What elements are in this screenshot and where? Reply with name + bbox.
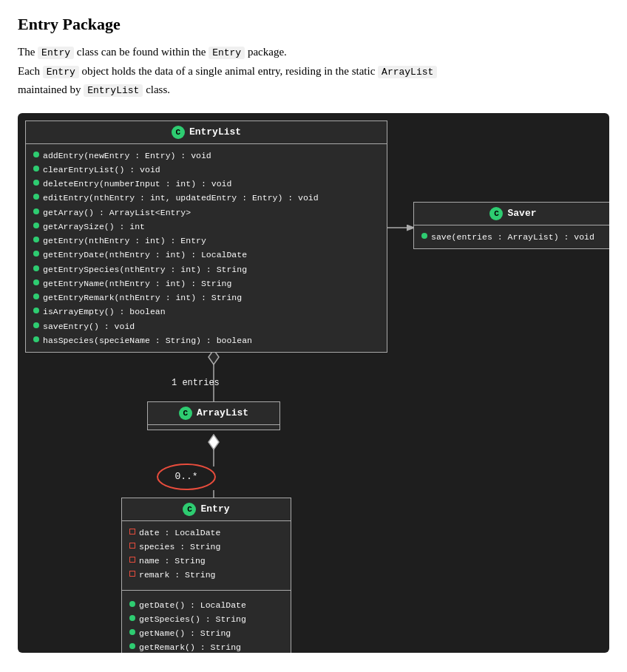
inline-code-entry1: Entry (38, 47, 74, 59)
list-item: hasSpecies(specieName : String) : boolea… (33, 333, 379, 347)
list-item: getEntry(nthEntry : int) : Entry (33, 234, 379, 248)
inline-code-entry2: Entry (209, 47, 245, 59)
page-title: Entry Package (18, 15, 609, 34)
list-item: addEntry(newEntry : Entry) : void (33, 149, 379, 163)
list-item: editEntry(nthEntry : int, updatedEntry :… (33, 191, 379, 205)
list-item: getArraySize() : int (33, 220, 379, 234)
entry-fields: date : LocalDate species : String name :… (122, 521, 291, 587)
list-item: deleteEntry(numberInput : int) : void (33, 177, 379, 191)
entry-header: C Entry (122, 498, 291, 521)
entrylist-title: EntryList (189, 126, 241, 138)
list-item: getSpecies() : String (129, 612, 283, 626)
list-item: remark : String (129, 568, 283, 582)
list-item: getRemark() : String (129, 640, 283, 652)
list-item: species : String (129, 540, 283, 554)
list-item: date : LocalDate (129, 526, 283, 540)
entrylist-circle-c: C (172, 126, 185, 139)
multiplicity-oval: 0..* (157, 464, 216, 490)
list-item: getArray() : ArrayList<Entry> (33, 206, 379, 220)
inline-code-entrylist: EntryList (84, 84, 143, 97)
list-item: getName() : String (129, 626, 283, 640)
description-text: The Entry class can be found within the … (18, 43, 609, 100)
svg-marker-4 (209, 435, 219, 449)
list-item: clearEntryList() : void (33, 163, 379, 177)
entrylist-box: C EntryList addEntry(newEntry : Entry) :… (25, 121, 387, 353)
saver-body: save(entries : ArrayList) : void (414, 225, 609, 248)
list-item: getDate() : LocalDate (129, 598, 283, 612)
inline-code-entry3: Entry (43, 66, 79, 78)
entry-methods: getDate() : LocalDate getSpecies() : Str… (122, 594, 291, 653)
list-item: save(entries : ArrayList) : void (421, 230, 605, 244)
saver-box: C Saver save(entries : ArrayList) : void (413, 202, 609, 249)
entrylist-body: addEntry(newEntry : Entry) : void clearE… (26, 144, 387, 353)
saver-title: Saver (507, 208, 536, 219)
entrylist-header: C EntryList (26, 121, 387, 144)
arraylist-title: ArrayList (197, 407, 248, 418)
uml-diagram: C EntryList addEntry(newEntry : Entry) :… (18, 113, 609, 653)
entry-title: Entry (200, 503, 229, 515)
saver-circle-c: C (489, 207, 503, 220)
list-item: isArrayEmpty() : boolean (33, 305, 379, 319)
list-item: name : String (129, 554, 283, 568)
entry-box: C Entry date : LocalDate species : Strin… (121, 498, 291, 653)
list-item: saveEntry() : void (33, 319, 379, 333)
inline-code-arraylist: ArrayList (378, 66, 437, 78)
list-item: getEntryName(nthEntry : int) : String (33, 276, 379, 291)
entry-circle-c: C (183, 503, 196, 516)
arraylist-box: C ArrayList (147, 401, 280, 430)
arraylist-circle-c: C (179, 407, 192, 420)
entries-label: 1 entries (172, 378, 220, 388)
saver-header: C Saver (414, 203, 609, 225)
list-item: getEntrySpecies(nthEntry : int) : String (33, 262, 379, 276)
arraylist-header: C ArrayList (148, 402, 279, 425)
list-item: getEntryDate(nthEntry : int) : LocalDate (33, 248, 379, 262)
list-item: getEntryRemark(nthEntry : int) : String (33, 291, 379, 305)
